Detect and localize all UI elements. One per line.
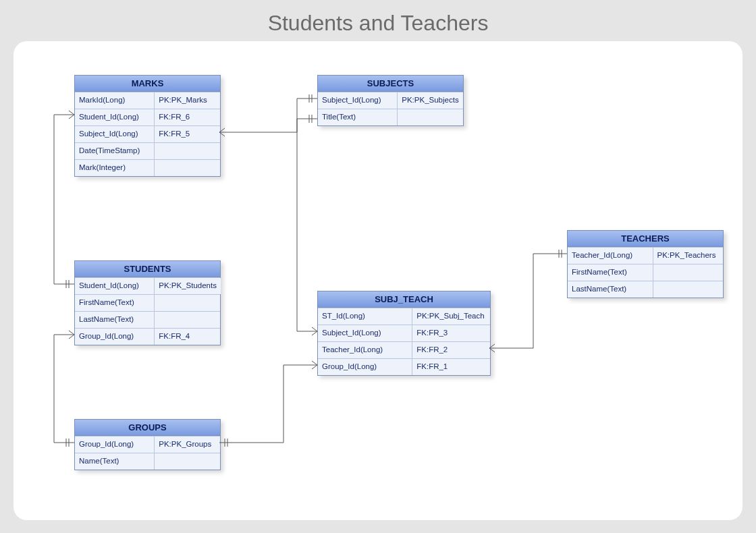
key xyxy=(653,281,724,298)
col: LastName(Text) xyxy=(568,281,653,298)
key: FK:FR_4 xyxy=(155,329,220,345)
col: ST_Id(Long) xyxy=(318,308,412,325)
col: Student_Id(Long) xyxy=(75,278,155,294)
key: PK:PK_Marks xyxy=(155,92,220,109)
col: Group_Id(Long) xyxy=(75,329,155,345)
key xyxy=(653,264,724,281)
col: Mark(Integer) xyxy=(75,160,155,176)
key: FK:FR_2 xyxy=(412,342,490,358)
key: FK:FR_1 xyxy=(412,359,490,375)
svg-line-1 xyxy=(69,115,74,119)
entity-header-subjects: SUBJECTS xyxy=(318,76,463,92)
key: FK:FR_6 xyxy=(155,109,220,125)
key: PK:PK_Groups xyxy=(155,437,220,453)
key: PK:PK_Subjects xyxy=(398,92,463,109)
svg-line-19 xyxy=(312,365,317,369)
key: PK:PK_Subj_Teach xyxy=(412,308,490,325)
entity-subjects: SUBJECTS Subject_Id(Long)PK:PK_Subjects … xyxy=(317,75,464,126)
key: FK:FR_3 xyxy=(412,325,490,341)
diagram-canvas: MARKS MarkId(Long)PK:PK_Marks Student_Id… xyxy=(14,41,742,520)
col: Group_Id(Long) xyxy=(75,437,155,453)
col: Date(TimeStamp) xyxy=(75,143,155,159)
col: Group_Id(Long) xyxy=(318,359,412,375)
col: Subject_Id(Long) xyxy=(318,92,398,109)
entity-header-marks: MARKS xyxy=(75,76,220,92)
col: Student_Id(Long) xyxy=(75,109,155,125)
entity-header-groups: GROUPS xyxy=(75,420,220,436)
diagram-title: Students and Teachers xyxy=(0,0,756,41)
col: MarkId(Long) xyxy=(75,92,155,109)
col: Subject_Id(Long) xyxy=(318,325,412,341)
svg-line-14 xyxy=(312,327,317,331)
entity-subj-teach: SUBJ_TEACH ST_Id(Long)PK:PK_Subj_Teach S… xyxy=(317,291,491,376)
col: Title(Text) xyxy=(318,109,398,125)
entity-teachers: TEACHERS Teacher_Id(Long)PK:PK_Teachers … xyxy=(567,230,724,298)
svg-line-0 xyxy=(69,111,74,115)
col: Teacher_Id(Long) xyxy=(318,342,412,358)
svg-line-18 xyxy=(312,361,317,365)
entity-header-students: STUDENTS xyxy=(75,261,220,277)
col: Teacher_Id(Long) xyxy=(568,248,653,264)
entity-students: STUDENTS Student_Id(Long)PK:PK_Students … xyxy=(74,260,221,345)
entity-header-subj-teach: SUBJ_TEACH xyxy=(318,291,490,308)
col: FirstName(Text) xyxy=(568,264,653,281)
key xyxy=(155,143,220,159)
key: FK:FR_5 xyxy=(155,126,220,142)
key xyxy=(155,453,220,470)
entity-marks: MARKS MarkId(Long)PK:PK_Marks Student_Id… xyxy=(74,75,221,177)
svg-line-5 xyxy=(69,335,74,339)
key: PK:PK_Teachers xyxy=(653,248,724,264)
key: PK:PK_Students xyxy=(155,278,221,294)
entity-groups: GROUPS Group_Id(Long)PK:PK_Groups Name(T… xyxy=(74,419,221,470)
svg-line-15 xyxy=(312,331,317,335)
key xyxy=(398,109,463,125)
key xyxy=(155,312,220,328)
col: Subject_Id(Long) xyxy=(75,126,155,142)
col: LastName(Text) xyxy=(75,312,155,328)
entity-header-teachers: TEACHERS xyxy=(568,231,723,247)
col: FirstName(Text) xyxy=(75,295,155,311)
svg-line-4 xyxy=(69,331,74,335)
col: Name(Text) xyxy=(75,453,155,470)
key xyxy=(155,295,220,311)
key xyxy=(155,160,220,176)
